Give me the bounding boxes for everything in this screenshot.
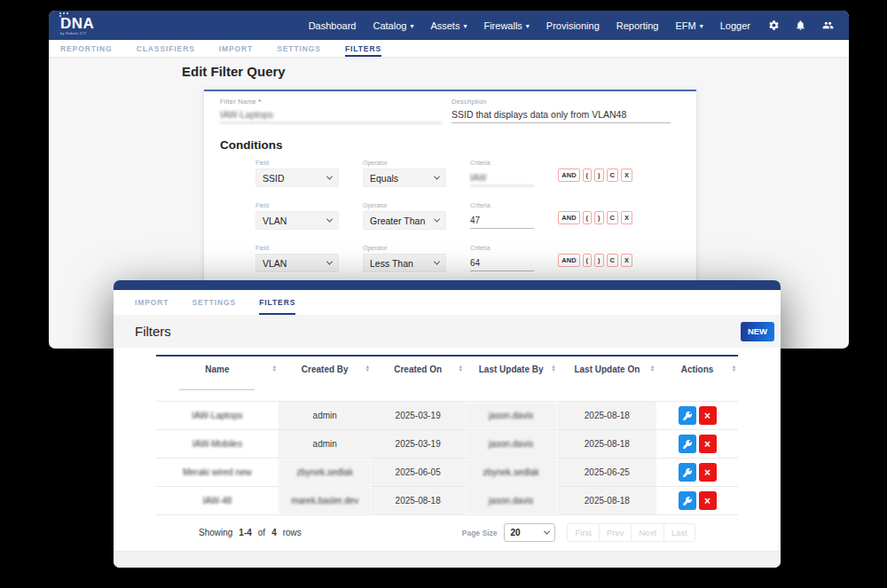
tab-import[interactable]: IMPORT	[135, 290, 169, 315]
chevron-down-icon	[544, 529, 550, 535]
next-page-button[interactable]: Next	[632, 523, 664, 542]
sort-icon[interactable]: ▴▾	[366, 365, 369, 372]
cell-created-by: marek.basler.dev	[279, 487, 372, 515]
logo-dots-icon	[59, 12, 69, 17]
app-logo[interactable]: DNA by Rebels ICT	[60, 16, 94, 35]
column-header-actions[interactable]: Actions▴▾	[656, 356, 738, 377]
sort-icon[interactable]: ▴▾	[459, 365, 462, 372]
close-paren-button[interactable]: )	[594, 254, 604, 267]
tab-reporting[interactable]: REPORTING	[60, 40, 113, 57]
open-paren-button[interactable]: (	[583, 254, 593, 267]
field-label: Field	[255, 160, 339, 166]
close-paren-button[interactable]: )	[594, 169, 604, 182]
edit-filter-button[interactable]	[679, 463, 696, 482]
x-icon: ×	[704, 496, 710, 506]
criteria-label: Criteria	[470, 202, 534, 208]
edit-filter-button[interactable]	[679, 435, 696, 453]
condition-row: Field VLAN Operator Greater Than Criteri…	[220, 202, 680, 230]
and-button[interactable]: AND	[558, 211, 579, 224]
delete-filter-button[interactable]: ×	[699, 463, 717, 482]
clear-button[interactable]: C	[607, 254, 618, 267]
nav-item-efm[interactable]: EFM▾	[675, 20, 703, 31]
cell-updated-by: jason.davis	[465, 402, 558, 430]
cell-actions: ×	[656, 402, 738, 430]
nav-item-dashboard[interactable]: Dashboard	[309, 20, 357, 31]
clear-button[interactable]: C	[607, 169, 618, 182]
delete-condition-button[interactable]: X	[621, 254, 632, 267]
edit-filter-button[interactable]	[679, 491, 696, 510]
cell-created-by: zbynek.sedlak	[279, 459, 372, 487]
name-filter-input[interactable]	[179, 379, 255, 390]
cell-name: IAW-48	[156, 487, 279, 515]
open-paren-button[interactable]: (	[583, 211, 593, 224]
tab-settings[interactable]: SETTINGS	[192, 290, 236, 315]
gear-icon[interactable]	[768, 20, 780, 31]
close-paren-button[interactable]: )	[594, 211, 604, 224]
cell-created-on: 2025-08-18	[372, 487, 465, 515]
chevron-down-icon: ▾	[410, 23, 413, 30]
sort-icon[interactable]: ▴▾	[553, 365, 555, 372]
operator-select[interactable]: Less Than	[363, 254, 446, 272]
column-header-last-update-by[interactable]: Last Update By▴▾	[465, 356, 558, 377]
column-header-created-by[interactable]: Created By▴▾	[279, 356, 372, 377]
sort-icon[interactable]: ▴▾	[651, 365, 654, 372]
users-icon[interactable]	[821, 20, 835, 31]
filters-dialog: IMPORT SETTINGS FILTERS Filters NEW Name…	[114, 280, 781, 568]
criteria-input[interactable]	[470, 214, 534, 229]
description-input[interactable]	[451, 106, 671, 123]
nav-item-catalog[interactable]: Catalog▾	[373, 20, 413, 31]
nav-item-provisioning[interactable]: Provisioning	[546, 20, 600, 31]
tab-filters[interactable]: FILTERS	[345, 40, 381, 57]
and-button[interactable]: AND	[558, 254, 579, 267]
first-page-button[interactable]: First	[567, 523, 599, 542]
and-button[interactable]: AND	[558, 169, 579, 182]
field-select[interactable]: SSID	[255, 169, 339, 187]
showing-summary: Showing 1-4 of 4 rows	[199, 528, 302, 537]
delete-condition-button[interactable]: X	[621, 169, 632, 182]
table-row[interactable]: Meraki wired new zbynek.sedlak 2025-06-0…	[156, 459, 738, 487]
delete-filter-button[interactable]: ×	[699, 406, 717, 425]
sort-icon[interactable]: ▴▾	[733, 365, 735, 372]
sort-icon[interactable]: ▴▾	[273, 365, 276, 372]
tab-settings[interactable]: SETTINGS	[277, 40, 321, 57]
column-header-name[interactable]: Name▴▾	[156, 356, 279, 377]
tab-classifiers[interactable]: CLASSIFIERS	[137, 40, 195, 57]
cell-updated-on: 2025-08-18	[558, 430, 657, 459]
nav-item-logger[interactable]: Logger	[720, 20, 750, 31]
cell-created-on: 2025-03-19	[372, 430, 465, 459]
field-select[interactable]: VLAN	[255, 254, 339, 272]
chevron-down-icon	[326, 174, 333, 180]
field-select[interactable]: VLAN	[255, 211, 339, 230]
column-header-last-update-on[interactable]: Last Update On▴▾	[558, 356, 657, 377]
last-page-button[interactable]: Last	[664, 523, 695, 542]
nav-item-assets[interactable]: Assets▾	[430, 20, 467, 31]
operator-select[interactable]: Greater Than	[363, 211, 446, 230]
page-size-select[interactable]: 20	[504, 523, 555, 542]
criteria-input[interactable]	[470, 171, 534, 186]
operator-select[interactable]: Equals	[363, 169, 446, 187]
edit-filter-button[interactable]	[679, 406, 696, 425]
delete-condition-button[interactable]: X	[621, 211, 632, 224]
column-header-created-on[interactable]: Created On▴▾	[372, 356, 465, 377]
filter-name-input[interactable]	[220, 106, 442, 123]
cell-name: IAW-Laptops	[156, 402, 279, 430]
delete-filter-button[interactable]: ×	[699, 435, 717, 453]
table-row[interactable]: IAW-48 marek.basler.dev 2025-08-18 jason…	[156, 487, 738, 515]
chevron-down-icon	[434, 259, 440, 265]
bell-icon[interactable]	[795, 20, 806, 31]
nav-item-reporting[interactable]: Reporting	[616, 20, 659, 31]
table-row[interactable]: IAW-Laptops admin 2025-03-19 jason.davis…	[156, 402, 738, 430]
clear-button[interactable]: C	[607, 211, 618, 224]
dialog-titlebar[interactable]	[114, 280, 781, 290]
criteria-input[interactable]	[470, 256, 534, 271]
operator-label: Operator	[363, 160, 446, 166]
nav-item-firewalls[interactable]: Firewalls▾	[483, 20, 529, 31]
cell-actions: ×	[656, 487, 738, 515]
tab-filters[interactable]: FILTERS	[259, 290, 295, 315]
tab-import[interactable]: IMPORT	[219, 40, 253, 57]
open-paren-button[interactable]: (	[583, 169, 593, 182]
new-filter-button[interactable]: NEW	[741, 322, 774, 341]
prev-page-button[interactable]: Prev	[600, 523, 632, 542]
delete-filter-button[interactable]: ×	[699, 491, 717, 510]
table-row[interactable]: IAW-Mobiles admin 2025-03-19 jason.davis…	[156, 430, 738, 459]
